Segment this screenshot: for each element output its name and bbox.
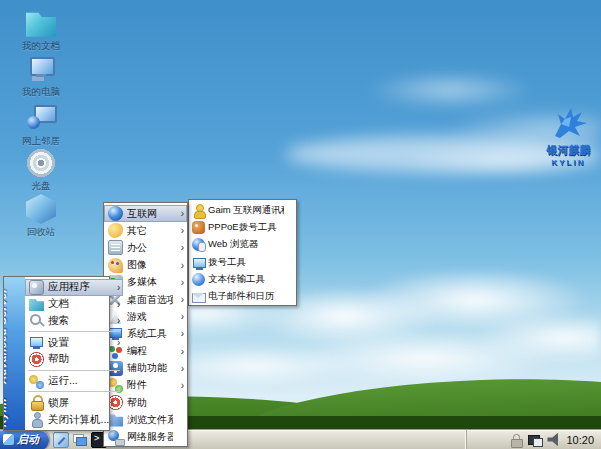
menu-item-graphics[interactable]: 图像›: [104, 257, 187, 274]
submenu-arrow-icon: ›: [113, 299, 120, 310]
menu-item-office[interactable]: 办公›: [104, 239, 187, 256]
menu-item-label: 拨号工具: [208, 256, 284, 269]
desktop-icon-my-documents[interactable]: 我的文档: [10, 8, 72, 53]
kylin-figure-icon: [548, 105, 590, 139]
tray-lock-icon[interactable]: [509, 433, 523, 447]
menu-separator: [28, 331, 120, 332]
tray-display-icon[interactable]: [528, 433, 542, 447]
menu-item-label: 设置: [48, 336, 109, 350]
network-places-icon: [26, 103, 56, 133]
submenu-arrow-icon: ›: [113, 337, 120, 348]
menu-item-label: PPPoE拨号工具: [208, 221, 284, 234]
menu-item-label: 辅助功能: [127, 361, 173, 375]
menu-item-gaim[interactable]: Gaim 互联网通讯程序: [189, 202, 296, 219]
menu-item-label: Web 浏览器: [208, 238, 284, 251]
search-icon: [29, 313, 44, 328]
start-menu-items: 应用程序›文档›搜索›设置›帮助运行...锁屏关闭计算机...: [25, 277, 123, 430]
start-menu-banner-text: Kylin™ Advanced Server: [4, 288, 8, 427]
menu-item-label: 桌面首选项: [127, 293, 173, 307]
menu-item-documents[interactable]: 文档›: [25, 296, 123, 313]
internet-submenu: Gaim 互联网通讯程序PPPoE拨号工具Web 浏览器拨号工具文本传输工具电子…: [188, 199, 297, 306]
menu-item-other[interactable]: 其它›: [104, 222, 187, 239]
quicklaunch-screenshot-icon[interactable]: [72, 432, 88, 448]
menu-item-label: 办公: [127, 241, 173, 255]
desktop-icon-my-computer[interactable]: 我的电脑: [10, 54, 72, 99]
dialer-icon: [192, 256, 205, 269]
submenu-arrow-icon: ›: [177, 363, 184, 374]
submenu-arrow-icon: ›: [177, 277, 184, 288]
desktop-icon-label: 我的文档: [10, 40, 72, 53]
menu-item-network-servers[interactable]: 网络服务器: [104, 428, 187, 445]
menu-item-label: 游戏: [127, 310, 173, 324]
tray-volume-icon[interactable]: [547, 433, 561, 447]
menu-item-search[interactable]: 搜索›: [25, 313, 123, 330]
submenu-arrow-icon: ›: [177, 242, 184, 253]
submenu-arrow-icon: ›: [177, 208, 184, 219]
menu-item-text-transfer[interactable]: 文本传输工具: [189, 271, 296, 288]
start-menu-banner: Kylin™ Advanced Server: [4, 277, 25, 430]
menu-item-label: 运行...: [48, 374, 109, 388]
menu-item-help[interactable]: 帮助: [25, 351, 123, 368]
pppoe-icon: [192, 221, 205, 234]
menu-item-dialer[interactable]: 拨号工具: [189, 254, 296, 271]
recycle-bin-icon: [26, 194, 56, 224]
menu-item-label: 互联网: [127, 207, 173, 221]
menu-item-run[interactable]: 运行...: [25, 373, 123, 390]
kylin-logo-cn: 银河麒麟: [536, 143, 601, 158]
start-button[interactable]: 启动: [0, 430, 49, 449]
submenu-arrow-icon: ›: [113, 315, 120, 326]
web-browser-icon: [192, 238, 205, 251]
desktop-icon-label: 网上邻居: [10, 135, 72, 148]
menu-item-settings[interactable]: 设置›: [25, 334, 123, 351]
menu-item-label: 其它: [127, 224, 173, 238]
system-tray: 10:20: [466, 430, 601, 449]
submenu-arrow-icon: ›: [113, 282, 120, 293]
lock-icon: [29, 395, 44, 410]
start-button-label: 启动: [17, 432, 39, 447]
quicklaunch-show-desktop-icon[interactable]: [53, 432, 69, 448]
kylin-logo-en: KYLIN: [536, 158, 601, 167]
submenu-arrow-icon: ›: [177, 294, 184, 305]
kylin-wallpaper-logo: 银河麒麟 KYLIN: [536, 105, 601, 167]
documents-icon: [29, 297, 44, 312]
menu-item-lock[interactable]: 锁屏: [25, 394, 123, 411]
menu-item-label: 文档: [48, 297, 109, 311]
settings-icon: [29, 335, 44, 350]
menu-item-shutdown[interactable]: 关闭计算机...: [25, 411, 123, 428]
submenu-arrow-icon: ›: [177, 380, 184, 391]
menu-item-label: 帮助: [127, 396, 173, 410]
other-icon: [108, 223, 123, 238]
desktop-icon-label: 回收站: [10, 226, 72, 239]
menu-item-email-calendar[interactable]: 电子邮件和日历: [189, 288, 296, 305]
text-transfer-icon: [192, 273, 205, 286]
desktop-icon-recycle-bin[interactable]: 回收站: [10, 194, 72, 239]
clock[interactable]: 10:20: [566, 434, 596, 446]
menu-item-label: 图像: [127, 258, 173, 272]
menu-item-label: 关闭计算机...: [48, 413, 109, 427]
graphics-icon: [108, 258, 123, 273]
menu-item-pppoe[interactable]: PPPoE拨号工具: [189, 219, 296, 236]
desktop-icon-cd-rom[interactable]: 光盘: [10, 148, 72, 193]
menu-item-label: 浏览文件系统: [127, 413, 173, 427]
internet-icon: [108, 206, 123, 221]
email-calendar-icon: [192, 290, 205, 303]
menu-item-applications[interactable]: 应用程序›: [25, 279, 123, 296]
menu-item-label: 编程: [127, 344, 173, 358]
kylin-start-logo-icon: [3, 434, 14, 445]
menu-separator: [28, 391, 120, 392]
menu-item-internet[interactable]: 互联网›: [104, 205, 187, 222]
menu-item-label: 网络服务器: [127, 430, 173, 444]
menu-item-web-browser[interactable]: Web 浏览器: [189, 236, 296, 253]
applications-icon: [29, 280, 44, 295]
menu-item-label: 电子邮件和日历: [208, 290, 284, 303]
quick-launch-bar: [53, 432, 107, 448]
menu-item-label: 应用程序: [48, 280, 109, 294]
taskbar: 启动 10:20: [0, 429, 601, 449]
office-icon: [108, 240, 123, 255]
start-menu: Kylin™ Advanced Server 应用程序›文档›搜索›设置›帮助运…: [3, 276, 110, 431]
desktop-icon-network-places[interactable]: 网上邻居: [10, 103, 72, 148]
menu-item-label: 系统工具: [127, 327, 173, 341]
network-servers-icon: [108, 430, 123, 445]
tray-icons: [509, 433, 561, 447]
gaim-icon: [192, 204, 205, 217]
